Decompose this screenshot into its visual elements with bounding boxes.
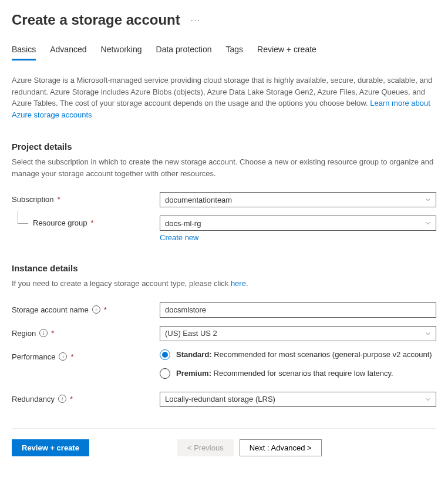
performance-label: Performance i * [12, 349, 160, 361]
required-indicator: * [91, 218, 94, 227]
intro-body: Azure Storage is a Microsoft-managed ser… [12, 76, 432, 107]
performance-standard-label: Standard: Recommended for most scenarios… [176, 350, 432, 359]
tree-indent-line [18, 211, 28, 224]
next-button[interactable]: Next : Advanced > [240, 439, 322, 456]
region-label-text: Region [12, 329, 36, 338]
storage-account-name-value: docsmlstore [165, 305, 206, 314]
intro-text: Azure Storage is a Microsoft-managed ser… [12, 75, 436, 120]
info-icon[interactable]: i [92, 305, 100, 314]
redundancy-label-text: Redundancy [12, 395, 55, 403]
storage-account-name-label-text: Storage account name [12, 305, 89, 314]
tab-tags[interactable]: Tags [226, 45, 244, 60]
required-indicator: * [51, 329, 54, 338]
radio-unchecked-icon [160, 368, 170, 379]
tab-bar: Basics Advanced Networking Data protecti… [12, 45, 436, 60]
required-indicator: * [58, 195, 60, 204]
redundancy-label: Redundancy i * [12, 392, 160, 403]
required-indicator: * [70, 395, 73, 403]
footer-bar: Review + create < Previous Next : Advanc… [12, 429, 436, 467]
create-new-rg-link[interactable]: Create new [160, 233, 198, 242]
region-select[interactable]: (US) East US 2 [160, 326, 436, 341]
info-icon[interactable]: i [58, 395, 66, 403]
project-details-heading: Project details [12, 142, 436, 152]
tab-advanced[interactable]: Advanced [50, 45, 86, 60]
resource-group-label: Resource group * [12, 216, 160, 227]
resource-group-select[interactable]: docs-ml-rg [160, 216, 436, 231]
instance-details-heading: Instance details [12, 263, 436, 273]
required-indicator: * [70, 352, 73, 361]
more-actions-icon[interactable]: ··· [191, 15, 201, 25]
previous-button: < Previous [177, 439, 234, 456]
chevron-down-icon [425, 197, 431, 203]
subscription-value: documentationteam [165, 196, 232, 204]
region-value: (US) East US 2 [165, 329, 217, 338]
subscription-label: Subscription * [12, 192, 160, 204]
info-icon[interactable]: i [59, 352, 67, 361]
page-title: Create a storage account [12, 12, 180, 28]
instance-desc-suffix: . [246, 279, 248, 288]
subscription-label-text: Subscription [12, 195, 54, 204]
chevron-down-icon [425, 220, 431, 226]
info-icon[interactable]: i [39, 329, 48, 337]
instance-details-desc: If you need to create a legacy storage a… [12, 278, 436, 290]
project-details-desc: Select the subscription in which to crea… [12, 156, 436, 179]
resource-group-label-text: Resource group [33, 218, 87, 227]
performance-standard-radio[interactable]: Standard: Recommended for most scenarios… [160, 349, 436, 360]
radio-checked-icon [160, 349, 170, 360]
legacy-here-link[interactable]: here [231, 279, 246, 288]
chevron-down-icon [425, 331, 431, 337]
instance-desc-prefix: If you need to create a legacy storage a… [12, 279, 231, 288]
tab-data-protection[interactable]: Data protection [156, 45, 212, 60]
redundancy-value: Locally-redundant storage (LRS) [165, 395, 275, 403]
storage-account-name-label: Storage account name i * [12, 302, 160, 314]
chevron-down-icon [425, 396, 431, 402]
review-create-button[interactable]: Review + create [12, 439, 89, 456]
performance-premium-radio[interactable]: Premium: Recommended for scenarios that … [160, 368, 436, 379]
subscription-select[interactable]: documentationteam [160, 192, 436, 207]
storage-account-name-input[interactable]: docsmlstore [160, 302, 436, 318]
tab-networking[interactable]: Networking [101, 45, 142, 60]
redundancy-select[interactable]: Locally-redundant storage (LRS) [160, 392, 436, 407]
tab-basics[interactable]: Basics [12, 45, 36, 60]
performance-premium-label: Premium: Recommended for scenarios that … [176, 369, 393, 378]
resource-group-value: docs-ml-rg [165, 219, 201, 228]
performance-label-text: Performance [12, 352, 55, 361]
required-indicator: * [104, 305, 107, 314]
tab-review-create[interactable]: Review + create [257, 45, 316, 60]
region-label: Region i * [12, 326, 160, 338]
